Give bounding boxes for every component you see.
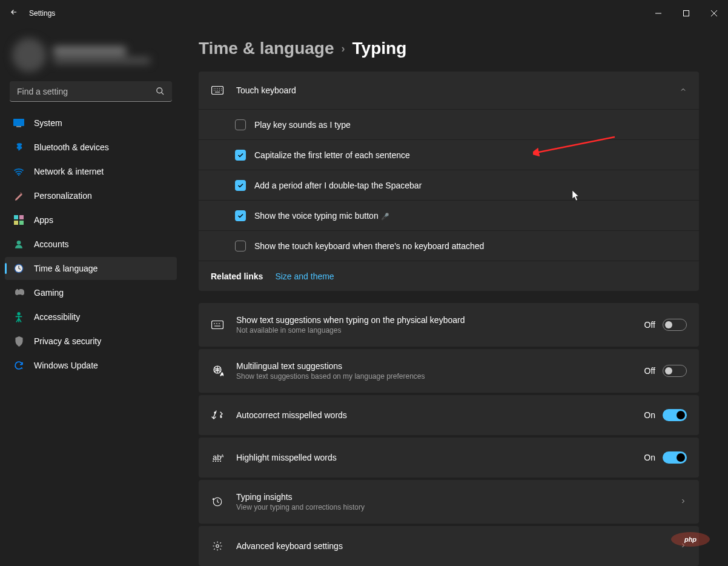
setting-icon	[211, 496, 224, 507]
toggle-switch[interactable]	[663, 319, 687, 331]
sidebar-item-label: Network & internet	[34, 167, 104, 176]
gaming-icon	[13, 287, 24, 298]
breadcrumb: Time & language › Typing	[199, 39, 699, 58]
user-profile[interactable]	[2, 34, 179, 76]
maximize-button[interactable]	[672, 4, 700, 23]
setting-card[interactable]: AMultilingual text suggestionsShow text …	[199, 349, 699, 393]
mic-icon: 🎤	[381, 213, 389, 220]
toggle-state: On	[644, 453, 655, 462]
chevron-up-icon	[680, 85, 687, 96]
setting-card[interactable]: Autocorrect misspelled wordsOn	[199, 395, 699, 435]
sidebar-item-label: Time & language	[34, 264, 98, 273]
chevron-right-icon	[680, 541, 687, 551]
touch-keyboard-header[interactable]: Touch keyboard	[199, 72, 699, 109]
svg-rect-7	[14, 221, 18, 225]
sidebar-item-time-language[interactable]: Time & language	[5, 257, 177, 280]
sidebar-item-gaming[interactable]: Gaming	[5, 281, 177, 304]
back-button[interactable]	[10, 8, 18, 19]
breadcrumb-parent[interactable]: Time & language	[199, 39, 334, 58]
svg-point-1	[157, 88, 162, 93]
setting-icon	[211, 541, 224, 551]
svg-rect-3	[16, 126, 21, 127]
setting-title: Typing insights	[236, 492, 667, 502]
toggle-switch[interactable]	[663, 409, 687, 421]
checkbox-checked-icon[interactable]	[235, 180, 246, 191]
sidebar-item-label: Apps	[34, 215, 53, 225]
checkbox-unchecked-icon[interactable]	[235, 241, 246, 251]
size-theme-link[interactable]: Size and theme	[275, 271, 334, 281]
sidebar-item-windows-update[interactable]: Windows Update	[5, 354, 177, 377]
svg-rect-0	[684, 11, 689, 16]
bluetooth-devices-icon	[13, 142, 24, 153]
option-label: Show the touch keyboard when there's no …	[254, 241, 484, 251]
network-internet-icon	[13, 166, 24, 177]
checkbox-unchecked-icon[interactable]	[235, 119, 246, 130]
touch-keyboard-option[interactable]: Show the touch keyboard when there's no …	[199, 230, 699, 261]
setting-card[interactable]: abAHighlight misspelled wordsOn	[199, 438, 699, 478]
windows-update-icon	[13, 360, 24, 371]
sidebar-item-accessibility[interactable]: Accessibility	[5, 305, 177, 328]
window-controls	[644, 4, 728, 23]
sidebar-item-privacy-security[interactable]: Privacy & security	[5, 330, 177, 353]
sidebar: SystemBluetooth & devicesNetwork & inter…	[0, 27, 182, 566]
touch-keyboard-option[interactable]: Play key sounds as I type	[199, 109, 699, 139]
search-input[interactable]	[10, 81, 172, 102]
accounts-icon	[13, 239, 24, 250]
sidebar-item-system[interactable]: System	[5, 112, 177, 135]
setting-title: Multilingual text suggestions	[236, 361, 632, 371]
keyboard-icon	[211, 86, 224, 95]
svg-rect-6	[19, 215, 24, 219]
sidebar-item-network-internet[interactable]: Network & internet	[5, 160, 177, 183]
svg-point-22	[216, 545, 219, 548]
breadcrumb-current: Typing	[352, 39, 407, 58]
sidebar-item-personalization[interactable]: Personalization	[5, 184, 177, 207]
checkbox-checked-icon[interactable]	[235, 150, 246, 161]
sidebar-item-bluetooth-devices[interactable]: Bluetooth & devices	[5, 136, 177, 159]
chevron-right-icon	[680, 496, 687, 507]
checkbox-checked-icon[interactable]	[235, 210, 246, 221]
toggle-state: Off	[644, 366, 655, 376]
svg-point-9	[17, 241, 21, 245]
setting-card[interactable]: Show text suggestions when typing on the…	[199, 303, 699, 347]
setting-title: Highlight misspelled words	[236, 453, 632, 462]
setting-icon	[211, 410, 224, 420]
svg-point-4	[18, 175, 19, 176]
sidebar-item-accounts[interactable]: Accounts	[5, 233, 177, 256]
toggle-state: Off	[644, 320, 655, 330]
svg-text:A: A	[220, 371, 223, 376]
option-label: Show the voice typing mic button🎤	[254, 211, 389, 221]
touch-keyboard-option[interactable]: Add a period after I double-tap the Spac…	[199, 170, 699, 200]
sidebar-item-label: System	[34, 118, 62, 128]
touch-keyboard-option[interactable]: Capitalize the first letter of each sent…	[199, 139, 699, 170]
toggle-switch[interactable]	[663, 451, 687, 464]
personalization-icon	[13, 190, 24, 201]
touch-keyboard-option[interactable]: Show the voice typing mic button🎤	[199, 200, 699, 230]
accessibility-icon	[13, 311, 24, 322]
sidebar-item-label: Personalization	[34, 191, 92, 201]
setting-subtitle: View your typing and corrections history	[236, 503, 667, 511]
svg-text:ab: ab	[213, 453, 221, 462]
setting-card[interactable]: Advanced keyboard settings	[199, 526, 699, 566]
time-language-icon	[13, 263, 24, 274]
option-label: Capitalize the first letter of each sent…	[254, 150, 410, 160]
main-content: Time & language › Typing Touch keyboard …	[182, 27, 728, 566]
toggle-switch[interactable]	[663, 365, 687, 377]
sidebar-item-label: Accounts	[34, 239, 69, 249]
setting-subtitle: Show text suggestions based on my langua…	[236, 372, 632, 381]
titlebar: Settings	[0, 0, 728, 27]
minimize-button[interactable]	[644, 4, 672, 23]
svg-rect-14	[212, 321, 223, 329]
window-title: Settings	[29, 9, 55, 18]
chevron-right-icon: ›	[342, 42, 345, 55]
sidebar-item-label: Accessibility	[34, 312, 80, 322]
related-links-row: Related links Size and theme	[199, 261, 699, 291]
setting-title: Autocorrect misspelled words	[236, 410, 632, 420]
privacy-security-icon	[13, 336, 24, 347]
option-label: Add a period after I double-tap the Spac…	[254, 181, 422, 190]
sidebar-item-apps[interactable]: Apps	[5, 208, 177, 231]
sidebar-item-label: Gaming	[34, 288, 64, 298]
search-icon	[156, 87, 165, 98]
close-button[interactable]	[700, 4, 728, 23]
option-label: Play key sounds as I type	[254, 120, 351, 130]
setting-card[interactable]: Typing insightsView your typing and corr…	[199, 480, 699, 524]
